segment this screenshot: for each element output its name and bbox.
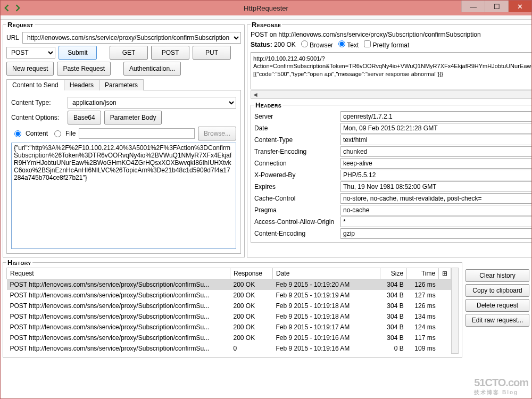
view-browser-radio[interactable] <box>301 40 308 47</box>
col-response[interactable]: Response <box>230 268 273 279</box>
header-value: gzip <box>340 228 532 239</box>
history-row[interactable]: POST http://lenovows.com/sns/service/pro… <box>7 301 451 311</box>
request-legend: Request <box>6 21 35 29</box>
authentication-button[interactable]: Authentication... <box>123 62 181 76</box>
headers-legend: Headers <box>254 101 282 109</box>
header-value: openresty/1.7.2.1 <box>340 111 532 122</box>
header-row: Serveropenresty/1.7.2.1 <box>254 111 532 122</box>
status-value: 200 OK <box>274 41 296 48</box>
file-path-input[interactable] <box>79 128 195 139</box>
header-value: keep-alive <box>340 158 532 169</box>
header-value: text/html <box>340 135 532 145</box>
method-select[interactable]: POST <box>6 47 55 59</box>
watermark: 51CTO.com技术博客 Blog <box>474 377 528 396</box>
header-row: Content-Encodinggzip <box>254 228 532 239</box>
history-row[interactable]: POST http://lenovows.com/sns/service/pro… <box>7 279 451 290</box>
header-name: Access-Control-Allow-Origin <box>254 218 338 226</box>
copy-clipboard-button[interactable]: Copy to clipboard <box>466 284 529 297</box>
paste-request-button[interactable]: Paste Request <box>57 62 111 76</box>
header-value: no-cache <box>340 205 532 215</box>
view-text-radio[interactable] <box>338 40 345 47</box>
content-type-select[interactable]: application/json <box>68 97 236 109</box>
post-button[interactable]: POST <box>151 46 189 60</box>
window-titlebar: HttpRequester — ☐ ✕ <box>1 1 531 15</box>
history-panel: History Request Response Date Size Time … <box>3 259 462 358</box>
maximize-button[interactable]: ☐ <box>485 1 508 12</box>
get-button[interactable]: GET <box>110 46 148 60</box>
content-radio[interactable] <box>14 130 21 137</box>
new-request-button[interactable]: New request <box>6 62 54 76</box>
put-button[interactable]: PUT <box>193 46 231 60</box>
header-value: Thu, 19 Nov 1981 08:52:00 GMT <box>340 181 532 192</box>
minimize-button[interactable]: — <box>461 1 485 12</box>
submit-button[interactable]: Submit <box>59 46 97 60</box>
clear-history-button[interactable]: Clear history <box>466 269 529 282</box>
header-row: Cache-Controlno-store, no-cache, must-re… <box>254 193 532 204</box>
history-legend: History <box>6 259 32 267</box>
col-size[interactable]: Size <box>380 268 407 279</box>
header-name: Content-Type <box>254 136 338 144</box>
col-date[interactable]: Date <box>273 268 380 279</box>
header-row: Connectionkeep-alive <box>254 158 532 169</box>
header-value: * <box>340 217 532 227</box>
request-panel: Request URL http://lenovows.com/sns/serv… <box>3 21 245 257</box>
response-legend: Response <box>251 21 282 29</box>
header-name: Connection <box>254 160 338 167</box>
header-name: Server <box>254 113 338 120</box>
header-row: DateMon, 09 Feb 2015 02:21:28 GMT <box>254 123 532 134</box>
header-name: X-Powered-By <box>254 171 338 179</box>
history-row[interactable]: POST http://lenovows.com/sns/service/pro… <box>7 322 451 332</box>
response-body[interactable]: http://10.100.212.40:5001/?Action=Confir… <box>251 52 532 89</box>
header-name: Pragma <box>254 206 338 214</box>
header-row: Transfer-Encodingchunked <box>254 146 532 157</box>
base64-button[interactable]: Base64 <box>68 111 101 124</box>
header-value: no-store, no-cache, must-revalidate, pos… <box>340 193 532 204</box>
content-radio-label: Content <box>26 130 48 137</box>
edit-raw-request-button[interactable]: Edit raw request... <box>466 314 529 327</box>
response-panel: Response POST on http://lenovows.com/sns… <box>247 21 532 257</box>
status-label: Status: <box>251 41 272 48</box>
header-value: chunked <box>340 146 532 157</box>
header-row: X-Powered-ByPHP/5.5.12 <box>254 170 532 180</box>
header-name: Content-Encoding <box>254 230 338 237</box>
pretty-format-checkbox[interactable] <box>364 40 371 47</box>
tab-parameters[interactable]: Parameters <box>99 79 144 90</box>
header-row: Content-Typetext/html <box>254 135 532 145</box>
history-row[interactable]: POST http://lenovows.com/sns/service/pro… <box>7 311 451 322</box>
header-row: ExpiresThu, 19 Nov 1981 08:52:00 GMT <box>254 181 532 192</box>
history-table[interactable]: Request Response Date Size Time ⊞ POST h… <box>6 268 451 354</box>
response-headers-panel: Headers Serveropenresty/1.7.2.1DateMon, … <box>251 101 532 243</box>
content-options-label: Content Options: <box>11 114 64 121</box>
window-title: HttpRequester <box>1 4 531 12</box>
col-options-icon[interactable]: ⊞ <box>439 268 451 279</box>
file-radio-label: File <box>65 130 76 137</box>
col-time[interactable]: Time <box>407 268 439 279</box>
tab-headers[interactable]: Headers <box>64 79 99 90</box>
header-name: Date <box>254 124 338 132</box>
browse-button[interactable]: Browse... <box>198 127 236 140</box>
parameter-body-button[interactable]: Parameter Body <box>104 111 162 124</box>
header-name: Expires <box>254 183 338 190</box>
header-row: Access-Control-Allow-Origin* <box>254 217 532 227</box>
request-body-textarea[interactable]: {"url":"http%3A%2F%2F10.100.212.40%3A500… <box>11 143 236 249</box>
response-summary: POST on http://lenovows.com/sns/service/… <box>251 31 532 38</box>
tab-content[interactable]: Content to Send <box>6 79 64 90</box>
toolbar-spacer <box>1 15 531 20</box>
delete-request-button[interactable]: Delete request <box>466 299 529 312</box>
history-scrollbar[interactable] <box>451 268 459 354</box>
header-value: PHP/5.5.12 <box>340 170 532 180</box>
header-name: Cache-Control <box>254 195 338 202</box>
content-type-label: Content Type: <box>11 99 64 106</box>
url-input[interactable]: http://lenovows.com/sns/service/proxy/Su… <box>22 32 241 44</box>
history-row[interactable]: POST http://lenovows.com/sns/service/pro… <box>7 343 451 354</box>
close-button[interactable]: ✕ <box>508 1 531 12</box>
header-value: Mon, 09 Feb 2015 02:21:28 GMT <box>340 123 532 134</box>
header-name: Transfer-Encoding <box>254 148 338 155</box>
col-request[interactable]: Request <box>7 268 230 279</box>
file-radio[interactable] <box>54 130 61 137</box>
history-row[interactable]: POST http://lenovows.com/sns/service/pro… <box>7 290 451 301</box>
history-row[interactable]: POST http://lenovows.com/sns/service/pro… <box>7 332 451 343</box>
url-label: URL <box>6 34 19 41</box>
response-hscroll[interactable]: ◄► <box>251 90 532 99</box>
header-row: Pragmano-cache <box>254 205 532 215</box>
